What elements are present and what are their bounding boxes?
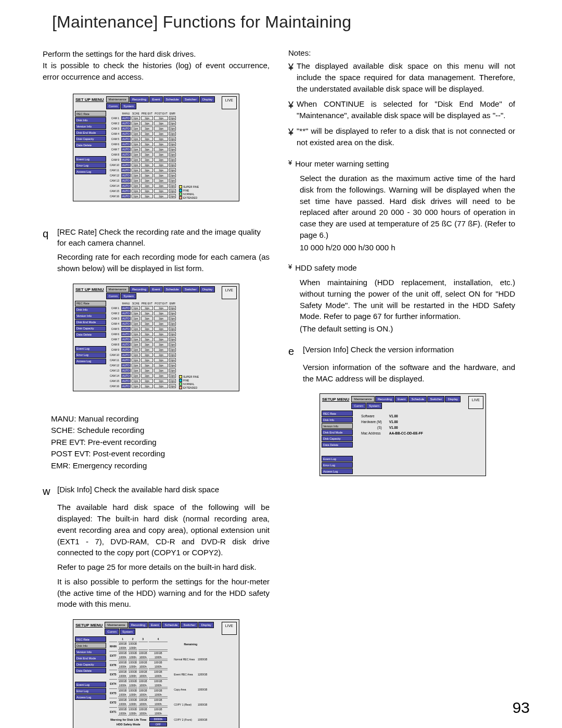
left-nav: Data Delete bbox=[75, 142, 106, 148]
bullet-mark: ¥ bbox=[288, 262, 292, 274]
page-title: [Maintenance] Functions for Maintaining bbox=[52, 12, 530, 32]
live-button: LIVE bbox=[222, 96, 237, 109]
left-nav: Disk End Mode bbox=[75, 130, 106, 135]
tab: Display bbox=[200, 96, 215, 103]
bullet-mark: ¥ bbox=[288, 158, 292, 170]
bullet-mark: ¥ bbox=[288, 125, 293, 148]
tab: Recording bbox=[130, 96, 149, 103]
tab: Switcher bbox=[182, 96, 199, 103]
intro-line-2: It is possible to check the histories (l… bbox=[43, 61, 270, 81]
version-table: SoftwareV1.00 Hardware (M)V1.00 (S)V1.00… bbox=[357, 413, 427, 437]
rec-rate-heading: [REC Rate] Check the recording rate and … bbox=[57, 226, 270, 248]
version-info-heading: [Version Info] Check the version informa… bbox=[303, 344, 515, 359]
setup-menu-title: SET UP MENU bbox=[75, 96, 104, 109]
tab: Schedule bbox=[163, 96, 182, 103]
tab: Maintenance bbox=[106, 96, 129, 103]
hdd-safety-body-2: (The default setting is ON.) bbox=[300, 323, 515, 335]
hdd-safety-heading: HDD safety mode bbox=[295, 262, 356, 274]
left-nav: Disk Info bbox=[75, 117, 106, 123]
intro-line-1: Perform the settings for the hard disk d… bbox=[43, 49, 196, 58]
disk-table: 1234 MAIN100GB100GB 1000h1000h EXT7100GB… bbox=[108, 636, 169, 727]
version-info-body: Version information of the software and … bbox=[303, 362, 515, 385]
left-nav: Error Log bbox=[75, 162, 106, 168]
rec-rate-screenshot-1: SET UP MENU Maintenance Recording Event … bbox=[73, 94, 239, 201]
left-nav: Version Info bbox=[75, 123, 106, 129]
bullet-mark: ¥ bbox=[288, 98, 293, 121]
left-nav: Disk Capacity bbox=[75, 136, 106, 142]
hour-meter-body-2: 10 000 h/20 000 h/30 000 h bbox=[300, 242, 515, 253]
hour-meter-body-1: Select the duration as the maximum activ… bbox=[300, 173, 515, 241]
left-nav: REC Rate bbox=[75, 111, 106, 117]
disk-info-heading: [Disk Info] Check the available hard dis… bbox=[57, 484, 270, 499]
tab: Comm bbox=[106, 103, 121, 109]
section-marker-w: w bbox=[43, 484, 52, 499]
left-column: Perform the settings for the hard disk d… bbox=[43, 48, 270, 728]
quality-legend: SUPER FINE FINE NORMAL EXTENDED bbox=[179, 185, 199, 199]
tab: System bbox=[121, 103, 136, 109]
left-nav: Event Log bbox=[75, 156, 106, 162]
hour-meter-heading: Hour meter warning setting bbox=[295, 158, 389, 170]
note-3: "**" will be displayed to refer to a dis… bbox=[297, 125, 515, 148]
hdd-safety-body-1: When maintaining (HDD replacement, insta… bbox=[300, 277, 515, 322]
recording-mode-legend: MANU: Manual recording SCHE: Schedule re… bbox=[51, 413, 270, 472]
version-info-screenshot: SETUP MENU MaintenanceRecordingEventSche… bbox=[320, 393, 486, 476]
rec-rate-body: Recording rate for each recording mode f… bbox=[57, 251, 270, 274]
notes-heading: Notes: bbox=[288, 48, 515, 57]
rec-rate-table: MANUSCHEPRE EVTPOST EVTEMR CAM 1AUTO1ips… bbox=[108, 111, 177, 199]
remaining-table: Remaining Normal REC Area1000GB Event RE… bbox=[172, 636, 209, 727]
disk-info-screenshot: SETUP MENU MaintenanceRecordingEventSche… bbox=[73, 619, 239, 728]
section-marker-e: e bbox=[288, 344, 298, 359]
disk-info-body-2: Refer to page 25 for more details on the… bbox=[57, 561, 270, 573]
disk-info-body-3: It is also possible to perform the setti… bbox=[57, 576, 270, 610]
left-nav: Access Log bbox=[75, 169, 106, 174]
page-number: 93 bbox=[513, 699, 530, 717]
note-2: When CONTINUE is selected for "Disk End … bbox=[297, 98, 515, 121]
right-column: Notes: ¥The displayed available disk spa… bbox=[288, 48, 515, 728]
bullet-mark: ¥ bbox=[288, 60, 293, 94]
tab: Event bbox=[149, 96, 162, 103]
disk-info-body-1: The available hard disk space of the fol… bbox=[57, 502, 270, 558]
note-1: The displayed available disk space on th… bbox=[297, 60, 515, 94]
section-marker-q: q bbox=[43, 226, 52, 248]
rec-rate-screenshot-2: SET UP MENU MaintenanceRecordingEventSch… bbox=[73, 284, 239, 391]
